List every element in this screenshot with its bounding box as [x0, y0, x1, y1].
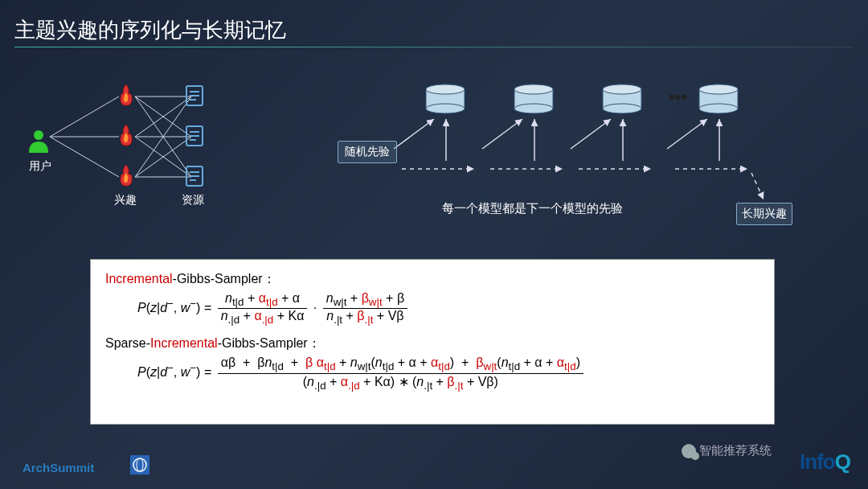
database-icons	[426, 84, 738, 113]
svg-line-53	[751, 173, 764, 199]
svg-point-29	[514, 84, 553, 94]
document-icon	[185, 165, 206, 191]
svg-point-27	[426, 104, 465, 113]
flame-icon	[117, 165, 135, 191]
svg-point-33	[603, 84, 641, 94]
sequence-arrows	[394, 119, 719, 161]
svg-point-40	[699, 84, 738, 94]
svg-line-41	[394, 119, 434, 149]
database-icon	[603, 84, 641, 113]
eq1-title: Incremental-Gibbs-Sampler：	[105, 271, 760, 288]
database-icon	[699, 84, 738, 113]
svg-point-32	[514, 84, 553, 94]
svg-point-25	[426, 84, 465, 94]
svg-point-12	[34, 130, 43, 140]
svg-rect-34	[603, 89, 641, 109]
infoq-logo: InfoQ	[800, 450, 850, 475]
svg-line-45	[571, 119, 611, 149]
globe-icon	[129, 454, 151, 476]
archsummit-logo: ArchSummit	[23, 461, 94, 475]
svg-line-0	[50, 97, 119, 137]
dashed-chain	[402, 169, 764, 199]
longterm-label: 长期兴趣	[736, 203, 792, 225]
database-icon	[514, 84, 553, 113]
svg-rect-38	[699, 89, 738, 109]
svg-line-43	[482, 119, 522, 149]
resource-label: 资源	[182, 193, 204, 208]
sequence-caption: 每一个模型都是下一个模型的先验	[442, 201, 623, 216]
document-icon	[185, 125, 206, 150]
formula-box: Incremental-Gibbs-Sampler： P(z|d−, w−) =…	[90, 259, 775, 425]
svg-rect-26	[426, 89, 465, 109]
eq2-title: Sparse-Incremental-Gibbs-Sampler：	[105, 335, 760, 352]
eq1-body: P(z|d−, w−) = nt|d + αt|d + αn.|d + α.|d…	[137, 291, 760, 326]
svg-point-28	[426, 84, 465, 94]
document-icon	[185, 84, 206, 110]
ellipsis: •••	[669, 87, 687, 108]
eq2-body: P(z|d−, w−) = αβ + βnt|d + β αt|d + nw|t…	[137, 355, 760, 391]
user-label: 用户	[29, 159, 51, 174]
svg-point-39	[699, 104, 738, 113]
svg-rect-30	[514, 89, 553, 109]
prior-label: 随机先验	[338, 141, 397, 163]
slide-title: 主题兴趣的序列化与长期记忆	[14, 16, 286, 44]
svg-point-35	[603, 104, 641, 113]
user-icon	[27, 129, 50, 156]
wechat-label: 智能推荐系统	[682, 443, 772, 458]
interest-label: 兴趣	[114, 193, 137, 208]
svg-point-36	[603, 84, 641, 94]
svg-line-47	[667, 119, 707, 149]
bipartite-graph: 用户 兴趣 资源	[14, 80, 240, 225]
flame-icon	[117, 84, 135, 110]
svg-point-31	[514, 104, 553, 113]
title-underline	[14, 47, 854, 47]
footer: ArchSummit 智能推荐系统 InfoQ	[0, 444, 868, 483]
database-icon	[426, 84, 465, 113]
wechat-icon	[682, 444, 696, 458]
svg-point-37	[699, 84, 738, 94]
svg-line-2	[50, 137, 119, 177]
flame-icon	[117, 125, 135, 150]
